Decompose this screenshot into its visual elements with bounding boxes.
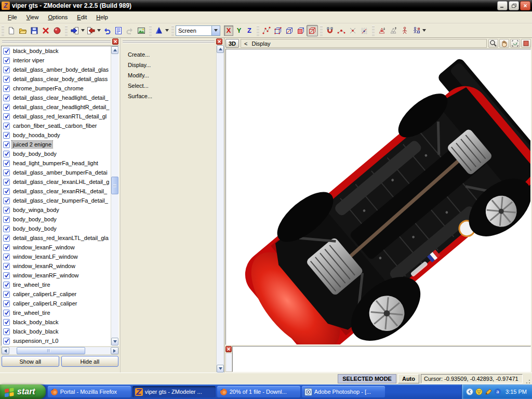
list-item[interactable]: detail_glass_clear_bumperFa_detail_	[2, 196, 111, 205]
toolbar-drag-grip[interactable]	[372, 25, 375, 36]
list-item[interactable]: detail_glass_amber_bumperFa_detai	[2, 168, 111, 177]
list-item[interactable]: body_body_body	[2, 224, 111, 233]
list-item[interactable]: juiced 2 enigne	[2, 140, 111, 149]
menu-edit[interactable]: Edit	[72, 12, 91, 22]
back-arrow[interactable]: <	[244, 41, 247, 47]
visibility-checkbox[interactable]	[3, 123, 10, 129]
toolbar-drag-grip[interactable]	[320, 25, 323, 36]
notes-button[interactable]	[113, 25, 124, 36]
minimize-button[interactable]	[497, 1, 508, 10]
texture-image-button[interactable]	[136, 25, 147, 36]
list-item[interactable]: body_winga_body	[2, 205, 111, 215]
list-item[interactable]: detail_glass_clear_lexanLHL_detail_g	[2, 177, 111, 187]
list-item[interactable]: caliper_caliperLR_caliper	[2, 299, 111, 308]
save-button[interactable]	[29, 25, 40, 36]
chevron-down-icon[interactable]	[165, 25, 169, 36]
toolbar-drag-grip[interactable]	[2, 25, 4, 36]
command-modify[interactable]: Modify...	[128, 70, 216, 81]
scroll-left-button[interactable]	[2, 347, 9, 354]
auto-mode-button[interactable]: Auto	[398, 374, 419, 383]
cube-faces-button[interactable]	[295, 25, 307, 36]
visibility-checkbox[interactable]	[3, 207, 10, 214]
scrollbar-thumb[interactable]	[111, 177, 118, 194]
list-item[interactable]: detail_glass_red_lexanRTL_detail_gl	[2, 112, 111, 121]
restore-button[interactable]	[509, 1, 519, 10]
command-surface[interactable]: Surface...	[128, 91, 216, 101]
visibility-checkbox[interactable]	[3, 272, 10, 279]
magnet-button[interactable]	[324, 25, 336, 36]
view-mode-button[interactable]: 3D	[225, 39, 239, 48]
scrollbar-track[interactable]	[217, 53, 224, 365]
list-item[interactable]: detail_glass_clear_lexanRHL_detail_	[2, 187, 111, 196]
list-vertical-scrollbar[interactable]	[111, 46, 118, 345]
visibility-checkbox[interactable]	[3, 328, 10, 335]
task-button[interactable]: Portal - Mozilla Firefox	[48, 386, 131, 397]
visibility-checkbox[interactable]	[3, 113, 10, 120]
smiley-icon[interactable]	[475, 388, 483, 395]
brush-icon[interactable]	[485, 388, 492, 395]
pan-tool-button[interactable]	[499, 39, 509, 48]
chevron-down-icon[interactable]	[97, 25, 101, 36]
command-select[interactable]: Select...	[128, 81, 216, 91]
visibility-checkbox[interactable]	[3, 104, 10, 111]
scroll-down-button[interactable]	[111, 338, 118, 345]
list-item[interactable]: chrome_bumperFa_chrome	[2, 84, 111, 93]
list-item[interactable]: body_hooda_body	[2, 130, 111, 140]
visibility-checkbox[interactable]	[3, 141, 10, 148]
log-output-area[interactable]	[232, 346, 531, 372]
visibility-checkbox[interactable]	[3, 76, 10, 83]
list-item[interactable]: tire_wheel_tire	[2, 308, 111, 317]
show-all-button[interactable]: Show all	[2, 356, 59, 367]
weld-vertices-button[interactable]	[336, 25, 347, 36]
visibility-checkbox[interactable]	[3, 151, 10, 157]
command-display[interactable]: Display...	[128, 60, 216, 70]
visibility-checkbox[interactable]	[3, 310, 10, 316]
undo-button[interactable]	[101, 25, 113, 36]
commands-vertical-scrollbar[interactable]	[216, 45, 224, 373]
visibility-checkbox[interactable]	[3, 263, 10, 270]
hide-all-button[interactable]: Hide all	[61, 356, 119, 367]
open-folder-button[interactable]	[17, 25, 29, 36]
skin-group-button[interactable]	[410, 25, 422, 36]
visibility-checkbox[interactable]	[3, 132, 10, 139]
start-button[interactable]: start	[0, 384, 46, 399]
list-item[interactable]: window_lexanR_window	[2, 261, 111, 271]
visibility-checkbox[interactable]	[3, 300, 10, 307]
list-item[interactable]: head_light_bumperFa_head_light	[2, 158, 111, 168]
axis-y-button[interactable]: Y	[234, 25, 244, 36]
list-item[interactable]: window_lexanF_window	[2, 243, 111, 252]
scroll-up-button[interactable]	[217, 45, 224, 53]
redo-button[interactable]	[124, 25, 136, 36]
material-sphere-button[interactable]	[51, 25, 63, 36]
new-file-button[interactable]	[6, 25, 17, 36]
visibility-checkbox[interactable]	[3, 85, 10, 92]
delete-x-button[interactable]	[40, 25, 51, 36]
cube-vertices-button[interactable]	[272, 25, 284, 36]
bones-person-button[interactable]	[399, 25, 410, 36]
log-scrollbar[interactable]	[225, 353, 232, 372]
list-item[interactable]: detail_glass_clear_body_detail_glass	[2, 74, 111, 84]
menu-file[interactable]: File	[3, 12, 22, 22]
visibility-checkbox[interactable]	[3, 160, 10, 167]
visibility-checkbox[interactable]	[3, 48, 10, 55]
visibility-checkbox[interactable]	[3, 225, 10, 232]
list-item[interactable]: interior viper	[2, 56, 111, 65]
chevron-down-icon[interactable]	[422, 25, 427, 36]
visibility-checkbox[interactable]	[3, 244, 10, 251]
list-item[interactable]: window_lexanLF_window	[2, 252, 111, 261]
task-button[interactable]: 20% of 1 file - Downl...	[217, 386, 300, 397]
list-item[interactable]: detail_glass_clear_headlightL_detail_	[2, 93, 111, 102]
visibility-checkbox[interactable]	[3, 95, 10, 101]
cone-button[interactable]	[153, 25, 165, 36]
visibility-checkbox[interactable]	[3, 254, 10, 260]
cube-object-button[interactable]	[307, 25, 318, 36]
visibility-checkbox[interactable]	[3, 188, 10, 195]
visibility-checkbox[interactable]	[3, 338, 10, 344]
visibility-checkbox[interactable]	[3, 169, 10, 176]
visibility-checkbox[interactable]	[3, 319, 10, 326]
task-button[interactable]: Adobe Photoshop - [...	[302, 386, 385, 397]
list-item[interactable]: detail_glass_red_lexanLTL_detail_gla	[2, 233, 111, 243]
cube-edges-button[interactable]	[284, 25, 295, 36]
scrollbar-thumb[interactable]	[17, 347, 85, 354]
visibility-checkbox[interactable]	[3, 291, 10, 298]
